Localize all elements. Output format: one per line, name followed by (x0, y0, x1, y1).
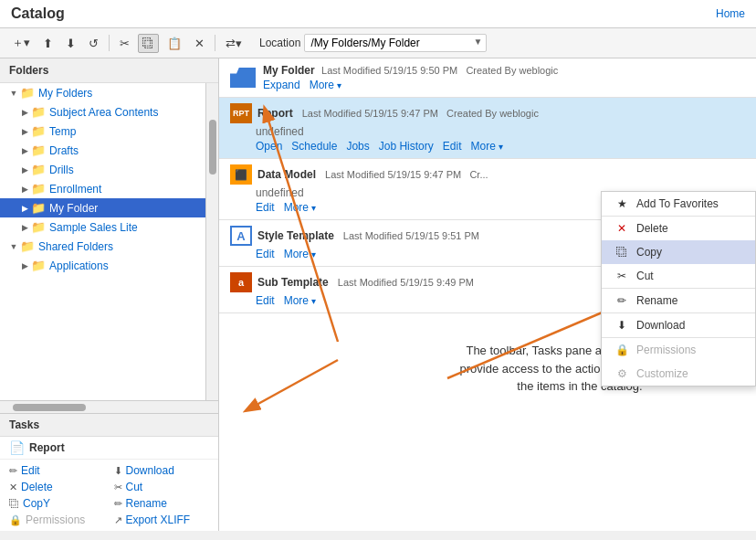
folder-item-temp[interactable]: ▶ 📁 Temp (0, 122, 205, 141)
report-item-icon: RPT (230, 103, 252, 123)
expand-arrow-drills: ▶ (20, 165, 29, 175)
export-icon: ↗ (114, 514, 122, 526)
style-template-title: Style Template (257, 229, 334, 242)
my-folder-expand[interactable]: Expand (263, 79, 300, 91)
style-template-more[interactable]: More (284, 248, 316, 260)
folder-icon-drafts: 📁 (31, 143, 46, 157)
my-folder-more[interactable]: More (310, 79, 341, 91)
task-edit[interactable]: ✏ Edit (9, 463, 105, 478)
task-delete[interactable]: ✕ Delete (9, 480, 105, 494)
folder-icon-enrollment: 📁 (31, 182, 46, 196)
folder-item-shared-folders[interactable]: ▼ 📁 Shared Folders (0, 237, 205, 256)
main-content: Folders ▼ 📁 My Folders ▶ 📁 Subject Area … (0, 58, 756, 531)
folder-label-shared-folders: Shared Folders (38, 240, 113, 253)
task-copy[interactable]: ⿻ CopY (9, 496, 105, 511)
ctx-customize-label: Customize (636, 367, 688, 380)
folder-item-drafts[interactable]: ▶ 📁 Drafts (0, 141, 205, 160)
style-template-edit[interactable]: Edit (256, 248, 275, 260)
folder-label-enrollment: Enrollment (49, 183, 101, 196)
edit-icon: ✏ (9, 465, 17, 477)
home-link[interactable]: Home (716, 7, 745, 20)
data-model-edit[interactable]: Edit (256, 201, 275, 214)
folder-icon-temp: 📁 (31, 124, 46, 138)
folder-item-applications[interactable]: ▶ 📁 Applications (0, 256, 205, 275)
folder-big-icon (230, 68, 256, 88)
folder-label-my-folder: My Folder (49, 202, 98, 215)
rename-icon: ✏ (114, 498, 122, 510)
my-folder-meta: Last Modified 5/19/15 9:50 PM Created By… (321, 65, 558, 76)
folder-icon-my-folder: 📁 (31, 201, 46, 215)
task-rename[interactable]: ✏ Rename (114, 496, 210, 511)
move-button[interactable]: ⇄▾ (221, 34, 247, 53)
style-template-icon: A (230, 226, 252, 246)
my-folder-title: My Folder (263, 64, 315, 77)
report-edit[interactable]: Edit (443, 140, 462, 153)
upload-button[interactable]: ⬆ (38, 34, 58, 53)
expand-arrow-applications: ▶ (20, 261, 29, 270)
folder-item-sample-sales[interactable]: ▶ 📁 Sample Sales Lite (0, 217, 205, 237)
ctx-download[interactable]: ⬇ Download (602, 313, 755, 337)
permissions-icon: 🔒 (9, 514, 22, 526)
report-job-history[interactable]: Job History (379, 140, 434, 153)
copy-button[interactable]: ⿻ (138, 34, 159, 53)
sidebar-scrollbar[interactable] (205, 83, 218, 400)
sub-template-edit[interactable]: Edit (256, 294, 275, 307)
report-schedule[interactable]: Schedule (291, 140, 337, 153)
ctx-delete[interactable]: ✕ Delete (602, 217, 755, 240)
task-export-xliff[interactable]: ↗ Export XLIFF (114, 513, 210, 527)
folder-item-drills[interactable]: ▶ 📁 Drills (0, 160, 205, 179)
paste-button[interactable]: 📋 (163, 34, 186, 53)
task-download[interactable]: ⬇ Download (114, 463, 210, 478)
folder-label-applications: Applications (49, 259, 109, 272)
ctx-cut[interactable]: ✂ Cut (602, 264, 755, 288)
folder-item-subject-area[interactable]: ▶ 📁 Subject Area Contents (0, 102, 205, 122)
catalog-item-report: RPT Report Last Modified 5/19/15 9:47 PM… (219, 98, 756, 159)
sidebar: Folders ▼ 📁 My Folders ▶ 📁 Subject Area … (0, 58, 219, 531)
folder-icon-subject-area: 📁 (31, 105, 46, 119)
ctx-add-favorites[interactable]: ★ Add To Favorites (602, 192, 755, 216)
folder-icon-my-folders: 📁 (20, 86, 35, 100)
ctx-copy-icon: ⿻ (614, 246, 629, 259)
delete-icon: ✕ (9, 482, 17, 493)
toolbar-divider-1 (109, 35, 110, 51)
report-more[interactable]: More (470, 140, 502, 153)
data-model-more[interactable]: More (284, 201, 316, 214)
report-subtitle: undefined (230, 125, 745, 138)
folder-item-my-folders[interactable]: ▼ 📁 My Folders (0, 83, 205, 102)
expand-arrow-my-folder: ▶ (20, 204, 29, 213)
ctx-download-icon: ⬇ (614, 319, 629, 332)
report-open[interactable]: Open (256, 140, 282, 153)
folder-item-my-folder[interactable]: ▶ 📁 My Folder (0, 198, 205, 217)
folders-header: Folders (0, 58, 218, 83)
task-permissions-label: Permissions (26, 514, 85, 526)
folder-item-enrollment[interactable]: ▶ 📁 Enrollment (0, 179, 205, 198)
report-header: RPT Report Last Modified 5/19/15 9:47 PM… (230, 103, 745, 123)
expand-arrow-my-folders: ▼ (9, 89, 18, 98)
folder-icon-drills: 📁 (31, 163, 46, 176)
cut-button[interactable]: ✂ (115, 34, 134, 53)
delete-button[interactable]: ✕ (190, 34, 209, 53)
expand-arrow-sample-sales: ▶ (20, 223, 29, 232)
report-icon: 📄 (9, 440, 25, 455)
task-download-label: Download (126, 464, 174, 477)
report-jobs[interactable]: Jobs (346, 140, 369, 153)
h-scrollbar[interactable] (0, 400, 218, 413)
ctx-customize-icon: ⚙ (614, 367, 629, 380)
sub-template-more[interactable]: More (284, 294, 316, 307)
app-header: Catalog Home (0, 0, 756, 28)
new-button[interactable]: ＋▾ (7, 32, 35, 54)
ctx-cut-label: Cut (636, 270, 654, 282)
download-toolbar-button[interactable]: ⬇ (61, 34, 80, 53)
ctx-rename-icon: ✏ (614, 294, 629, 307)
expand-arrow-drafts: ▶ (20, 146, 29, 155)
ctx-cut-icon: ✂ (614, 270, 629, 282)
task-cut[interactable]: ✂ Cut (114, 480, 210, 494)
ctx-copy[interactable]: ⿻ Copy (602, 240, 755, 264)
ctx-rename[interactable]: ✏ Rename (602, 289, 755, 312)
refresh-button[interactable]: ↺ (84, 34, 103, 53)
task-actions-grid: ✏ Edit ⬇ Download ✕ Delete ✂ Cut ⿻ Cop (0, 460, 218, 531)
favorites-icon: ★ (614, 197, 629, 210)
location-select[interactable]: /My Folders/My Folder (304, 34, 487, 52)
tasks-section: Tasks 📄 Report ✏ Edit ⬇ Download ✕ Delet… (0, 413, 218, 531)
data-model-icon: ⬛ (230, 164, 252, 185)
